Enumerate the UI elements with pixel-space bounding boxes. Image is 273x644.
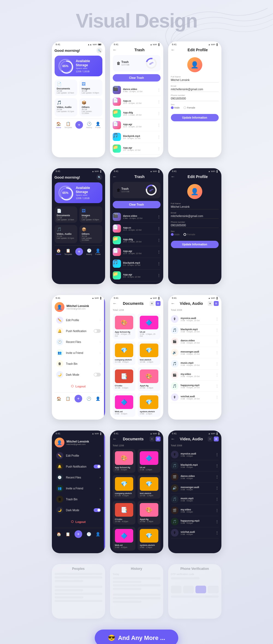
doc-card[interactable]: 🎨 App School.fig 2 GB · 4:02pm, 15 Oct [113, 314, 136, 339]
update-info-button-dark[interactable]: Update Information [171, 241, 219, 248]
more-button[interactable]: ⋮ [157, 88, 161, 92]
nav-add[interactable]: + [75, 121, 83, 129]
file-card-video-dark[interactable]: 🎵 Video, Audio 20 GB Last update: 8:11pm [55, 225, 78, 243]
file-card-images-dark[interactable]: 🖼 Images 20 GB Last update: 6:30pm [79, 206, 102, 223]
search-button-dark[interactable]: 🔍 [96, 174, 102, 180]
nav-templates-menu[interactable]: 📋 [66, 396, 70, 401]
radio-male-dark[interactable]: Male [171, 233, 180, 236]
back-button[interactable]: ← [171, 47, 175, 52]
back-button-dark[interactable]: ← [113, 174, 117, 179]
audio-item[interactable]: 🎙 voichat.audi 3 GB · 4:02pm, 15 Oct ⋮ [171, 392, 219, 403]
list-item[interactable]: 📁 App.ddg 14.6 - 1:41am, 15 Oct ⋮ [113, 108, 161, 119]
view-list-btn-video[interactable]: ≡ [208, 301, 213, 306]
doc-card[interactable]: 💎 company.sketch 3.3 GB · 4:02pm [113, 341, 136, 365]
audio-item[interactable]: 🎵 blackpink.mp3 3 GB · 4:02pm, 15 Oct ⋮ [171, 325, 219, 336]
back-button-video[interactable]: ← [171, 301, 175, 306]
search-button[interactable]: 🔍 [96, 47, 102, 53]
menu-item-trash-dark[interactable]: 🗑 Trash Bin › [55, 494, 102, 505]
back-button-docs[interactable]: ← [113, 301, 117, 306]
audio-item-dark[interactable]: 🎵 music.mp3 3 GB · 4:02pm ⋮ [171, 494, 219, 505]
file-card-documents[interactable]: 📄 Documents 13 GB Last update: 10:5am [55, 80, 78, 96]
menu-item-invite[interactable]: 👥 Invite a Friend › [55, 347, 102, 358]
menu-item-invite-dark[interactable]: 👥 Invite a Friend › [55, 483, 102, 494]
menu-item-dark-mode-dark[interactable]: 🌙 Dark Mode [55, 505, 102, 516]
doc-card-dark[interactable]: 💎 test.sketch 10 GB · 1:34pm [138, 475, 161, 499]
doc-card[interactable]: 🎨 App4.fig 20 MB · 1:34pm [138, 367, 161, 391]
nav-templates-dark[interactable]: 📋Template [64, 248, 72, 255]
doc-card-dark[interactable]: 🔷 Web.xd 5 MB · 4:02pm [113, 527, 136, 550]
doc-card-dark[interactable]: 🔷 UI.xd 3 GB · 1:34pm [138, 449, 161, 473]
file-card-documents-dark[interactable]: 📄 Documents 12 GB Last update: 10:5am [55, 206, 78, 223]
list-item[interactable]: 📄 App.cc 11.6 - 10:2pm, 12 Oct ⋮ [113, 96, 161, 108]
logout-button-dark[interactable]: ⬡ Logout [55, 518, 102, 526]
doc-card[interactable]: 💎 system.sketch 3 MB · 1:34pm [138, 393, 161, 417]
doc-card-dark[interactable]: 💎 company.sketch 3.3 GB · 4:02pm [113, 475, 136, 499]
menu-item-recent-dark[interactable]: 🕐 Recent Files › [55, 472, 102, 483]
view-grid-btn[interactable]: ⊞ [156, 301, 161, 306]
nav-home-menu[interactable]: 🏠 [57, 396, 61, 401]
nav-home[interactable]: 🏠 Home [56, 122, 61, 128]
menu-item-push-notification[interactable]: 🔔 Push Notification [55, 326, 102, 336]
nav-history[interactable]: 🕐 History [86, 122, 92, 128]
nav-templates[interactable]: 📋 Template [64, 122, 72, 128]
list-item[interactable]: 🎵 blackpink.mp3 2.6 - 10:4pm, 12 Oct ⋮ [113, 131, 161, 143]
back-button-profile-dark[interactable]: ← [171, 174, 175, 179]
doc-card[interactable]: 🔷 UI.xd 3 GB · 1:34pm, 15 Oct [138, 314, 161, 339]
audio-item[interactable]: 🔊 messenger.audi 3 GB · 4:02pm, 15 Oct ⋮ [171, 347, 219, 358]
nav-profile-menu[interactable]: 👤 [96, 396, 100, 401]
audio-item-dark[interactable]: 🎬 dance.video 3 GB · 4:02pm ⋮ [171, 471, 219, 483]
list-item[interactable]: 📁 App.ddg 14.6 - 1:41am, 15 Oct ⋮ [113, 234, 161, 246]
audio-item-dark[interactable]: 🎵 blackpink.mp3 3 GB · 4:02pm ⋮ [171, 460, 219, 471]
audio-item-dark[interactable]: 🎙 voichat.audi 3 GB · 4:02pm ⋮ [171, 527, 219, 538]
file-card-others[interactable]: 📦 Others 38 GB Last update: 11:20am [79, 98, 102, 116]
push-notification-toggle-dark[interactable] [94, 465, 101, 468]
doc-card-dark[interactable]: 📑 CV.ddu 16 MB · 4:02pm [113, 501, 136, 525]
nav-profile[interactable]: 👤 Profile [95, 122, 101, 128]
cta-button[interactable]: 😎 And Any More ... [95, 630, 178, 644]
view-list-btn[interactable]: ≡ [150, 301, 155, 306]
radio-male[interactable]: Male [171, 106, 180, 109]
nav-history-dark[interactable]: 🕐History [86, 248, 92, 255]
audio-item[interactable]: 🎙 myvoice.audi 3 GB · 4:02pm, 15 Oct ⋮ [171, 314, 219, 325]
back-button[interactable]: ← [113, 47, 117, 52]
doc-card-dark[interactable]: 🎨 App School.fig 2 GB · 4:02pm [113, 449, 136, 473]
doc-card-dark[interactable]: 🎨 App4.fig 20 MB · 1:34pm [138, 501, 161, 525]
audio-item[interactable]: 🎵 music.mp3 3 GB · 4:02pm, 15 Oct ⋮ [171, 358, 219, 369]
file-card-others-dark[interactable]: 📦 Others 38 GB Last update: 11:20am [79, 225, 102, 243]
nav-history-menu[interactable]: 🕐 [87, 396, 91, 401]
radio-female-dark[interactable]: Female [183, 233, 195, 236]
list-item[interactable]: 📁 App.agr 2.6 - 10:4pm, 12 Oct ⋮ [113, 270, 161, 281]
doc-card[interactable]: 🔷 Web.xd 5 MB · 4:02pm [113, 393, 136, 417]
audio-item-dark[interactable]: 🎵 happysong.mp3 3 GB · 4:02pm ⋮ [171, 516, 219, 527]
menu-item-edit-profile-dark[interactable]: ✏️ Edit Profile › [55, 450, 102, 461]
list-item[interactable]: 📄 App.agr 11.6 - 10:2pm, 12 Oct ⋮ [113, 119, 161, 131]
push-notification-toggle[interactable] [94, 329, 101, 333]
doc-card[interactable]: 💎 test.sketch 10 GB · 1:34pm [138, 341, 161, 365]
logout-button[interactable]: ⬡ Logout [55, 382, 102, 390]
audio-item[interactable]: 🎬 my.video 3 GB · 4:02pm, 15 Oct ⋮ [171, 369, 219, 381]
clear-trash-button-dark[interactable]: Clear Trash [113, 201, 161, 208]
audio-item-dark[interactable]: 🎬 my.video 3 GB · 4:02pm ⋮ [171, 505, 219, 516]
list-item[interactable]: 📄 App.cc 11.6 - 10:2pm, 12 Oct ⋮ [113, 223, 161, 234]
list-item[interactable]: 🎬 dance.video 0.5kb - 10:4pm, 12 Oct ⋮ [113, 84, 161, 96]
nav-add-dark[interactable]: + [75, 248, 83, 255]
dark-mode-toggle-dark[interactable] [94, 508, 101, 512]
menu-item-recent-files[interactable]: 🕐 Recent Files › [55, 336, 102, 347]
audio-item-dark[interactable]: 🔊 messenger.audi 3 GB · 4:02pm ⋮ [171, 483, 219, 494]
audio-item[interactable]: 🎬 dance.video 3 GB · 4:02pm, 15 Oct ⋮ [171, 336, 219, 347]
doc-card[interactable]: 📑 CV.ddu 16 MB · 4:02pm [113, 367, 136, 391]
doc-card-dark[interactable]: 💎 system.sketch 3 MB · 1:34pm [138, 527, 161, 550]
menu-item-edit-profile[interactable]: ✏️ Edit Profile › [55, 315, 102, 326]
file-card-images[interactable]: 🖼 Images 30 GB Last update: 6:30pm [79, 80, 102, 96]
list-item[interactable]: 🎵 blackpink.mp3 2.6 - 10:4pm, 12 Oct ⋮ [113, 258, 161, 270]
view-grid-btn-video[interactable]: ⊞ [214, 301, 219, 306]
audio-item-dark[interactable]: 🎙 myvoice.audi 3 GB · 4:02pm ⋮ [171, 449, 219, 460]
menu-item-trash[interactable]: 🗑 Trash Bin › [55, 358, 102, 369]
menu-item-dark-mode[interactable]: 🌙 Dark Mode [55, 369, 102, 380]
nav-add-menu[interactable]: + [75, 395, 82, 402]
menu-item-push-notification-dark[interactable]: 🔔 Push Notification [55, 461, 102, 472]
nav-profile-dark[interactable]: 👤Profile [95, 248, 101, 255]
nav-home-dark[interactable]: 🏠Home [56, 248, 61, 255]
audio-item[interactable]: 🎵 happysong.mp3 3 GB · 4:02pm, 15 Oct ⋮ [171, 381, 219, 392]
file-card-video[interactable]: 🎵 Video, Audio 20 GB Last update: 8:11pm [55, 98, 78, 116]
